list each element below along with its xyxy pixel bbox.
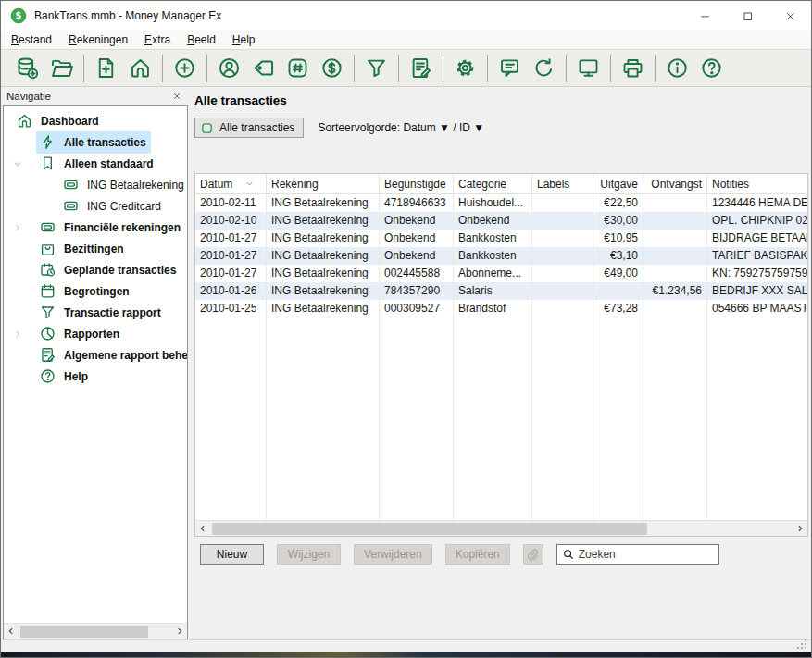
cell-notities: BEDRIJF XXX SAL.JA bbox=[707, 282, 807, 300]
column-header-datum[interactable]: Datum bbox=[195, 174, 267, 193]
labels-button[interactable] bbox=[246, 53, 281, 84]
column-header-ontvangst[interactable]: Ontvangst bbox=[643, 174, 707, 193]
circle-plus-icon bbox=[172, 56, 197, 81]
transaction-row[interactable]: 2010-02-10ING BetaalrekeningOnbekendOnbe… bbox=[195, 212, 807, 230]
transaction-row[interactable]: 2010-01-27ING BetaalrekeningOnbekendBank… bbox=[195, 230, 807, 247]
table-horizontal-scrollbar[interactable] bbox=[195, 520, 807, 536]
column-header-labels[interactable]: Labels bbox=[532, 174, 593, 193]
scroll-left-icon[interactable] bbox=[195, 522, 210, 536]
sidebar-item-ing-betaalrekening[interactable]: ING Betaalrekening bbox=[4, 174, 187, 195]
sidebar-item-help[interactable]: Help bbox=[4, 366, 187, 387]
cell-notities: 1234446 HEMA DEO bbox=[707, 194, 807, 212]
table-body: 2010-02-11ING Betaalrekening4718946633Hu… bbox=[195, 194, 807, 317]
app-body: Navigatie DashboardAlle transactiesAllee… bbox=[1, 87, 811, 639]
sidebar-scroll-thumb[interactable] bbox=[20, 626, 148, 638]
column-header-label: Rekening bbox=[271, 178, 319, 191]
transaction-row[interactable]: 2010-01-27ING BetaalrekeningOnbekendBank… bbox=[195, 247, 807, 265]
cell-ontvangst bbox=[643, 265, 707, 282]
sidebar-item-geplande-transacties[interactable]: Geplande transacties bbox=[4, 259, 187, 280]
dollar-icon bbox=[319, 56, 344, 81]
menu-item-beeld[interactable]: Beeld bbox=[179, 31, 224, 49]
menu-item-extra[interactable]: Extra bbox=[136, 31, 179, 49]
menu-item-help[interactable]: Help bbox=[224, 31, 264, 49]
verwijderen-button[interactable]: Verwijderen bbox=[354, 544, 432, 565]
sort-chevron-down-icon bbox=[244, 179, 255, 189]
resize-grip[interactable] bbox=[806, 648, 807, 650]
table-scroll-track[interactable] bbox=[210, 522, 793, 536]
search-input[interactable] bbox=[579, 548, 718, 561]
report-edit-icon bbox=[408, 56, 433, 81]
sidebar-item-dashboard[interactable]: Dashboard bbox=[4, 110, 187, 131]
sidebar-item-alle-transacties[interactable]: Alle transacties bbox=[4, 131, 187, 153]
transaction-filter-button[interactable] bbox=[359, 53, 394, 84]
sidebar-item-transactie-rapport[interactable]: Transactie rapport bbox=[4, 302, 187, 323]
chevron-down-icon[interactable] bbox=[11, 157, 24, 170]
menu-item-rekeningen[interactable]: Rekeningen bbox=[60, 31, 136, 49]
close-button[interactable] bbox=[768, 1, 811, 31]
help-button[interactable] bbox=[694, 53, 729, 84]
scroll-right-icon[interactable] bbox=[172, 625, 187, 639]
refresh-button[interactable] bbox=[527, 53, 561, 84]
transaction-row[interactable]: 2010-01-27ING Betaalrekening002445588Abo… bbox=[195, 265, 807, 282]
new-transaction-button[interactable] bbox=[168, 53, 202, 84]
sidebar-horizontal-scrollbar[interactable] bbox=[4, 623, 187, 639]
open-database-button[interactable] bbox=[44, 53, 79, 84]
scroll-right-icon[interactable] bbox=[793, 522, 807, 536]
navigation-tree: DashboardAlle transactiesAlleen standaar… bbox=[4, 106, 187, 623]
sidebar-item-financi-le-rekeningen[interactable]: Financiële rekeningen bbox=[4, 217, 187, 238]
cell-datum: 2010-01-25 bbox=[195, 300, 267, 317]
funnel-icon bbox=[38, 304, 56, 322]
chevron-right-icon[interactable] bbox=[11, 328, 24, 341]
payees-button[interactable] bbox=[212, 53, 246, 84]
panel-close-icon[interactable] bbox=[170, 90, 183, 103]
categories-button[interactable] bbox=[281, 53, 315, 84]
cell-labels bbox=[532, 230, 593, 247]
filter-button[interactable]: Alle transacties bbox=[194, 118, 304, 138]
column-header-notities[interactable]: Notities bbox=[707, 174, 807, 193]
column-header-label: Begunstigde bbox=[384, 178, 446, 191]
transaction-row[interactable]: 2010-01-26ING Betaalrekening784357290Sal… bbox=[195, 282, 807, 300]
column-header-begunstigde[interactable]: Begunstigde bbox=[380, 174, 454, 193]
sidebar-item-algemene-rapport-beheer[interactable]: Algemene rapport beheer bbox=[4, 344, 187, 366]
settings-button[interactable] bbox=[448, 53, 482, 84]
table-scroll-thumb[interactable] bbox=[212, 523, 647, 535]
wijzigen-button[interactable]: Wijzigen bbox=[277, 544, 341, 565]
chevron-right-icon[interactable] bbox=[11, 221, 24, 234]
menu-item-bestand[interactable]: Bestand bbox=[3, 31, 60, 49]
action-buttons-row: NieuwWijzigenVerwijderenKopiëren bbox=[200, 544, 811, 565]
expander-spacer bbox=[11, 285, 24, 298]
column-header-uitgave[interactable]: Uitgave bbox=[593, 174, 643, 193]
empty-column bbox=[195, 317, 267, 520]
sidebar-item-rapporten[interactable]: Rapporten bbox=[4, 323, 187, 344]
new-database-button[interactable] bbox=[10, 53, 44, 84]
minimize-button[interactable] bbox=[683, 1, 726, 31]
scroll-left-icon[interactable] bbox=[4, 625, 19, 639]
new-file-button[interactable] bbox=[89, 53, 123, 84]
feedback-button[interactable] bbox=[493, 53, 527, 84]
dashboard-button[interactable] bbox=[123, 53, 157, 84]
transaction-row[interactable]: 2010-01-25ING Betaalrekening000309527Bra… bbox=[195, 300, 807, 317]
sidebar-item-bezittingen[interactable]: Bezittingen bbox=[4, 238, 187, 259]
transaction-row[interactable]: 2010-02-11ING Betaalrekening4718946633Hu… bbox=[195, 194, 807, 212]
currencies-button[interactable] bbox=[315, 53, 349, 84]
attachment-button[interactable] bbox=[523, 544, 543, 565]
column-header-categorie[interactable]: Categorie bbox=[454, 174, 532, 193]
toolbar-separator bbox=[162, 55, 163, 82]
nieuw-button[interactable]: Nieuw bbox=[200, 544, 264, 565]
about-button[interactable] bbox=[660, 53, 694, 84]
cell-ontvangst bbox=[643, 194, 707, 212]
maximize-button[interactable] bbox=[726, 1, 768, 31]
sidebar-scroll-track[interactable] bbox=[19, 625, 172, 639]
kopi-ren-button[interactable]: Kopiëren bbox=[445, 544, 510, 565]
report-manager-button[interactable] bbox=[404, 53, 438, 84]
sort-order-label[interactable]: Sorteervolgorde: Datum ▼ / ID ▼ bbox=[318, 121, 484, 134]
sidebar-item-alleen-standaard[interactable]: Alleen standaard bbox=[4, 153, 187, 174]
question-icon bbox=[699, 56, 724, 81]
column-header-rekening[interactable]: Rekening bbox=[267, 174, 380, 193]
cell-rekening: ING Betaalrekening bbox=[267, 212, 380, 230]
toolbar-separator bbox=[566, 55, 567, 82]
sidebar-item-ing-creditcard[interactable]: ING Creditcard bbox=[4, 195, 187, 217]
sidebar-item-begrotingen[interactable]: Begrotingen bbox=[4, 280, 187, 302]
print-button[interactable] bbox=[616, 53, 650, 84]
full-screen-button[interactable] bbox=[571, 53, 606, 84]
